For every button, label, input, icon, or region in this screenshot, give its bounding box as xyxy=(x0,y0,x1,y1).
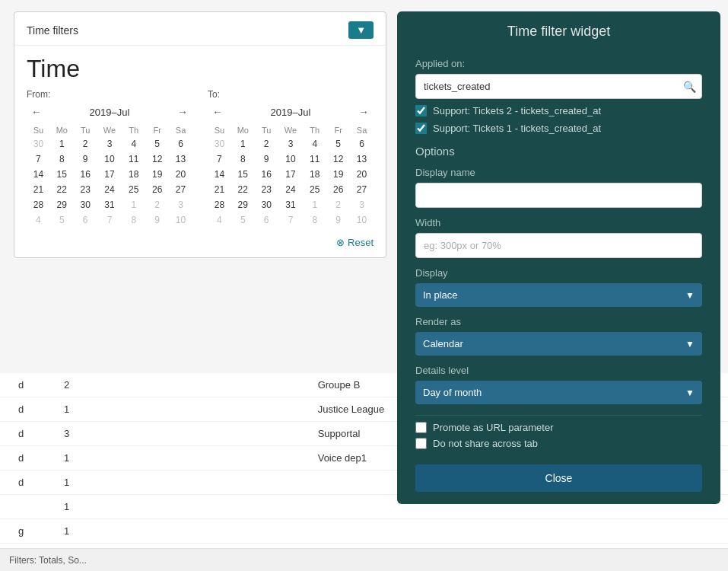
cal-day[interactable]: 7 xyxy=(208,152,231,167)
cal-day[interactable]: 8 xyxy=(231,152,255,167)
cal-day[interactable]: 28 xyxy=(208,197,231,212)
cal-day[interactable]: 5 xyxy=(50,212,74,228)
display-name-input[interactable] xyxy=(415,183,702,208)
from-next-button[interactable]: → xyxy=(173,104,192,120)
cal-day[interactable]: 2 xyxy=(74,136,97,152)
cal-day[interactable]: 22 xyxy=(50,182,74,197)
details-level-select[interactable]: Day of month Month Year Hour xyxy=(415,381,702,404)
cal-day[interactable]: 1 xyxy=(50,136,74,152)
cal-day[interactable]: 27 xyxy=(169,182,192,197)
cal-day[interactable]: 26 xyxy=(145,182,169,197)
cal-day[interactable]: 21 xyxy=(208,182,231,197)
cal-day[interactable]: 31 xyxy=(97,197,122,212)
time-filters-toggle-button[interactable]: ▼ xyxy=(348,21,374,39)
cal-day[interactable]: 9 xyxy=(255,152,278,167)
cal-day[interactable]: 14 xyxy=(27,167,50,182)
cal-day[interactable]: 14 xyxy=(208,167,231,182)
render-as-select[interactable]: Calendar List Dropdown xyxy=(415,332,702,356)
cal-day[interactable]: 10 xyxy=(169,212,192,228)
cal-day[interactable]: 30 xyxy=(27,136,50,152)
cal-day[interactable]: 19 xyxy=(326,167,350,182)
cal-day[interactable]: 26 xyxy=(326,182,350,197)
cal-day[interactable]: 17 xyxy=(97,167,122,182)
cal-day[interactable]: 30 xyxy=(74,197,97,212)
reset-button[interactable]: ⊗ Reset xyxy=(336,237,374,248)
cal-day[interactable]: 18 xyxy=(303,167,326,182)
cal-day[interactable]: 23 xyxy=(74,182,97,197)
cal-day[interactable]: 4 xyxy=(122,136,145,152)
to-prev-button[interactable]: ← xyxy=(208,104,227,120)
cal-day[interactable]: 3 xyxy=(169,197,192,212)
cal-day[interactable]: 6 xyxy=(350,136,374,152)
cal-day[interactable]: 16 xyxy=(74,167,97,182)
cal-day[interactable]: 17 xyxy=(278,167,304,182)
cal-day[interactable]: 15 xyxy=(231,167,255,182)
cal-day[interactable]: 4 xyxy=(27,212,50,228)
cal-day[interactable]: 11 xyxy=(303,152,326,167)
cal-day[interactable]: 24 xyxy=(97,182,122,197)
cal-day[interactable]: 4 xyxy=(208,212,231,228)
from-prev-button[interactable]: ← xyxy=(27,104,46,120)
cal-day[interactable]: 10 xyxy=(97,152,122,167)
tickets2-checkbox[interactable] xyxy=(415,105,427,116)
cal-day[interactable]: 4 xyxy=(303,136,326,152)
cal-day[interactable]: 8 xyxy=(303,212,326,228)
cal-day[interactable]: 1 xyxy=(303,197,326,212)
to-next-button[interactable]: → xyxy=(354,104,374,120)
cal-day[interactable]: 13 xyxy=(169,152,192,167)
cal-day[interactable]: 13 xyxy=(350,152,374,167)
cal-day[interactable]: 24 xyxy=(278,182,304,197)
cal-day[interactable]: 16 xyxy=(255,167,278,182)
display-select[interactable]: In place Popup Inline xyxy=(415,283,702,307)
cal-day[interactable]: 6 xyxy=(255,212,278,228)
cal-day[interactable]: 11 xyxy=(122,152,145,167)
cal-day[interactable]: 18 xyxy=(122,167,145,182)
cal-day[interactable]: 6 xyxy=(169,136,192,152)
cal-day[interactable]: 2 xyxy=(255,136,278,152)
cal-day[interactable]: 29 xyxy=(231,197,255,212)
cal-day[interactable]: 30 xyxy=(208,136,231,152)
cal-day[interactable]: 21 xyxy=(27,182,50,197)
cal-day[interactable]: 31 xyxy=(278,197,304,212)
close-button[interactable]: Close xyxy=(415,464,702,492)
cal-day[interactable]: 12 xyxy=(145,152,169,167)
cal-day[interactable]: 23 xyxy=(255,182,278,197)
cal-day[interactable]: 1 xyxy=(231,136,255,152)
cal-day[interactable]: 27 xyxy=(350,182,374,197)
cal-day[interactable]: 30 xyxy=(255,197,278,212)
cal-day[interactable]: 10 xyxy=(350,212,374,228)
tickets1-checkbox[interactable] xyxy=(415,123,427,134)
cal-day[interactable]: 1 xyxy=(122,197,145,212)
cal-day[interactable]: 25 xyxy=(122,182,145,197)
cal-day[interactable]: 12 xyxy=(326,152,350,167)
cal-day[interactable]: 20 xyxy=(350,167,374,182)
cal-day[interactable]: 9 xyxy=(74,152,97,167)
cal-day[interactable]: 5 xyxy=(231,212,255,228)
cal-day[interactable]: 7 xyxy=(27,152,50,167)
cal-day[interactable]: 5 xyxy=(145,136,169,152)
applied-on-search-input[interactable] xyxy=(415,74,702,99)
promote-url-checkbox[interactable] xyxy=(415,422,427,433)
cal-day[interactable]: 22 xyxy=(231,182,255,197)
cal-day[interactable]: 8 xyxy=(122,212,145,228)
cal-day[interactable]: 2 xyxy=(326,197,350,212)
cal-day[interactable]: 7 xyxy=(97,212,122,228)
cal-day[interactable]: 3 xyxy=(97,136,122,152)
cal-day[interactable]: 28 xyxy=(27,197,50,212)
cal-day[interactable]: 2 xyxy=(145,197,169,212)
do-not-share-checkbox[interactable] xyxy=(415,438,427,449)
width-input[interactable] xyxy=(415,233,702,258)
cal-day[interactable]: 29 xyxy=(50,197,74,212)
cal-day[interactable]: 10 xyxy=(278,152,304,167)
cal-day[interactable]: 7 xyxy=(278,212,304,228)
cal-day[interactable]: 8 xyxy=(50,152,74,167)
cal-day[interactable]: 3 xyxy=(350,197,374,212)
cal-day[interactable]: 9 xyxy=(326,212,350,228)
cal-day[interactable]: 9 xyxy=(145,212,169,228)
cal-day[interactable]: 25 xyxy=(303,182,326,197)
cal-day[interactable]: 15 xyxy=(50,167,74,182)
cal-day[interactable]: 5 xyxy=(326,136,350,152)
cal-day[interactable]: 6 xyxy=(74,212,97,228)
cal-day[interactable]: 19 xyxy=(145,167,169,182)
cal-day[interactable]: 20 xyxy=(169,167,192,182)
